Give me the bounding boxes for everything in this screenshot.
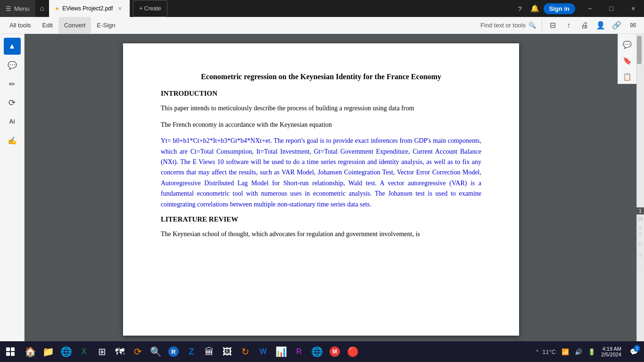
active-tab[interactable]: ★ EViews Project2.pdf × — [49, 0, 130, 17]
comment-icon: 💬 — [8, 61, 17, 70]
taskbar-r2-icon[interactable]: R — [290, 343, 307, 360]
windows-icon — [6, 347, 15, 356]
crop-tool[interactable]: ⟳ — [4, 94, 21, 111]
home-button[interactable]: ⌂ — [35, 0, 50, 17]
print-icon: 🖨 — [581, 21, 588, 30]
taskbar-history-icon[interactable]: 🏛 — [201, 343, 218, 360]
scrollbar-track[interactable]: 1 16 ▲ ▼ ↻ + − — [636, 34, 644, 341]
zoom-out-button[interactable]: − — [638, 262, 642, 271]
volume-icon[interactable]: 🔊 — [573, 348, 584, 355]
system-tray[interactable]: ^ — [536, 349, 538, 354]
menu-edit[interactable]: Edit — [37, 17, 58, 33]
signin-button[interactable]: Sign in — [544, 3, 575, 14]
pdf-area: Econometric regression on the Keynesian … — [25, 34, 618, 341]
taskbar-r-icon[interactable]: R — [165, 343, 182, 360]
taskbar-files-icon[interactable]: 📁 — [40, 343, 57, 360]
create-tab-button[interactable]: + Create — [133, 0, 167, 17]
pdf-title: Econometric regression on the Keynesian … — [161, 72, 481, 82]
right-bookmark-icon: 🔖 — [623, 57, 632, 65]
menu-all-tools[interactable]: All tools — [4, 17, 37, 33]
menu-button[interactable]: ☰ Menu — [0, 0, 35, 17]
taskbar-word-icon[interactable]: W — [255, 343, 272, 360]
weather-temp[interactable]: 11°C — [540, 348, 558, 355]
profile-button[interactable]: 👤 — [593, 18, 608, 33]
menu-convert[interactable]: Convert — [58, 17, 91, 33]
refresh-button[interactable]: ↻ — [637, 240, 643, 248]
menubar: All tools Edit Convert E-Sign Find text … — [0, 17, 644, 34]
ocr-icon: Ai — [9, 118, 15, 125]
taskbar-chart-icon[interactable]: 📊 — [272, 343, 289, 360]
start-button[interactable] — [2, 343, 19, 360]
cursor-icon: ▲ — [8, 42, 16, 50]
taskbar-browser-icon[interactable]: 🌐 — [308, 343, 325, 360]
pdf-page: Econometric regression on the Keynesian … — [123, 43, 519, 336]
minimize-button[interactable]: − — [579, 0, 601, 17]
signature-tool[interactable]: ✍ — [4, 132, 21, 149]
tab-bar: ★ EViews Project2.pdf × + Create — [49, 0, 509, 17]
mail-icon: ✉ — [630, 21, 636, 30]
lit-heading: LITERATURE REVIEW — [161, 215, 481, 223]
highlight-tool[interactable]: ✏ — [4, 75, 21, 92]
time-display: 4:19 AM — [603, 346, 621, 352]
menu-esign[interactable]: E-Sign — [91, 17, 121, 33]
scroll-up-button[interactable]: ▲ — [638, 224, 643, 230]
create-tab-label: + Create — [139, 5, 161, 12]
taskbar-orange-icon[interactable]: ⟳ — [129, 343, 146, 360]
window-controls: − □ × — [579, 0, 644, 17]
taskbar-refresh-icon[interactable]: ↻ — [237, 343, 254, 360]
clock[interactable]: 4:19 AM 2/5/2024 — [599, 346, 623, 357]
help-button[interactable]: ? — [513, 2, 527, 15]
right-comment-tool[interactable]: 💬 — [620, 38, 635, 52]
menubar-right: Find text or tools 🔍 ⊟ ↑ 🖨 👤 🔗 ✉ — [480, 18, 640, 33]
para-2: The French economy in accordance with th… — [161, 120, 481, 130]
home-icon: ⌂ — [40, 4, 45, 13]
battery-icon: 🔋 — [586, 348, 597, 355]
pdf-scroll-area[interactable]: Econometric regression on the Keynesian … — [25, 34, 618, 341]
tab-filename: EViews Project2.pdf — [62, 5, 113, 12]
right-copy-icon: 📋 — [623, 73, 632, 81]
lit-para: The Keynesian school of thought, which a… — [161, 229, 481, 239]
crop-icon: ⟳ — [8, 98, 16, 108]
save-button[interactable]: ⊟ — [545, 18, 560, 33]
taskbar-search-icon[interactable]: 🔍 — [147, 343, 164, 360]
taskbar-home-icon[interactable]: 🏠 — [22, 343, 39, 360]
notifications-button[interactable]: 🔔 — [528, 2, 542, 15]
print-button[interactable]: 🖨 — [577, 18, 592, 33]
star-icon: ★ — [55, 6, 59, 12]
right-bookmark-tool[interactable]: 🔖 — [620, 54, 635, 68]
taskbar-acrobat-icon[interactable]: 🔴 — [344, 343, 361, 360]
link-button[interactable]: 🔗 — [609, 18, 624, 33]
titlebar: ☰ Menu ⌂ ★ EViews Project2.pdf × + Creat… — [0, 0, 644, 17]
right-copy-tool[interactable]: 📋 — [620, 70, 635, 84]
taskbar-excel-icon[interactable]: X — [75, 343, 92, 360]
minimize-icon: − — [588, 5, 592, 12]
para-3: Yt= b0+b1*Ct+b2*It+b3*Gt*b4*NXt+et. The … — [161, 136, 481, 210]
signature-icon: ✍ — [8, 136, 17, 145]
select-tool[interactable]: ▲ — [4, 38, 21, 55]
comment-tool[interactable]: 💬 — [4, 57, 21, 74]
taskbar-image-icon[interactable]: 🖼 — [219, 343, 236, 360]
esign-label: E-Sign — [97, 22, 115, 29]
date-display: 2/5/2024 — [601, 352, 621, 357]
ocr-tool[interactable]: Ai — [4, 113, 21, 130]
search-icon: 🔍 — [528, 22, 536, 29]
maximize-button[interactable]: □ — [601, 0, 622, 17]
taskbar-z-icon[interactable]: Z — [183, 343, 200, 360]
profile-icon: 👤 — [596, 21, 605, 30]
notifications-button-taskbar[interactable]: 💬 3 — [625, 343, 642, 360]
find-text-label: Find text or tools — [480, 22, 526, 29]
taskbar-maps-icon[interactable]: 🗺 — [111, 343, 128, 360]
find-text-button[interactable]: Find text or tools 🔍 — [480, 22, 536, 29]
right-sidebar: 💬 🔖 📋 — [618, 34, 636, 84]
hamburger-icon: ☰ — [6, 5, 11, 12]
taskbar-m-icon[interactable]: M — [326, 343, 343, 360]
scroll-down-button[interactable]: ▼ — [638, 231, 643, 237]
upload-button[interactable]: ↑ — [561, 18, 576, 33]
zoom-in-button[interactable]: + — [638, 252, 642, 260]
taskbar-windows-grid-icon[interactable]: ⊞ — [93, 343, 110, 360]
tab-close-button[interactable]: × — [116, 4, 124, 13]
titlebar-right: ? 🔔 Sign in — [510, 2, 579, 15]
taskbar-chrome-icon[interactable]: 🌐 — [58, 343, 74, 360]
signin-label: Sign in — [549, 5, 570, 12]
intro-heading: INTRODUCTION — [161, 90, 481, 98]
